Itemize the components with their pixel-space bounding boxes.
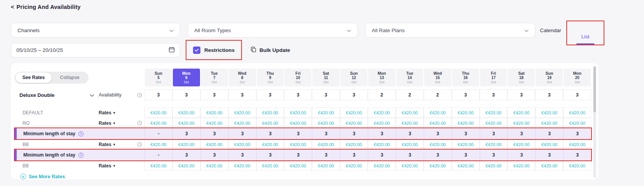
rate-cell[interactable]: €420.00	[144, 139, 172, 150]
restriction-cell[interactable]: 3	[228, 128, 256, 139]
rate-cell[interactable]: €420.00	[452, 107, 480, 118]
restriction-cell[interactable]: 3	[507, 150, 535, 160]
history-clock-icon[interactable]	[134, 118, 144, 128]
rate-cell[interactable]: €420.00	[312, 160, 340, 171]
rate-cell[interactable]: €420.00	[172, 118, 200, 128]
date-header-sun-12[interactable]: Sun12Oct	[340, 69, 367, 86]
restriction-cell[interactable]: 3	[172, 128, 200, 139]
availability-cell[interactable]: 3	[340, 90, 368, 100]
availability-cell[interactable]: 2	[368, 90, 396, 100]
rate-cell[interactable]: €420.00	[396, 139, 424, 150]
channels-select[interactable]: Channels	[11, 23, 180, 38]
room-type-select[interactable]: Deluxe Double	[15, 90, 99, 100]
rate-cell[interactable]: €420.00	[452, 118, 480, 128]
rate-cell[interactable]: €420.00	[144, 107, 172, 118]
rates-dropdown[interactable]: Rates ▾	[99, 107, 134, 118]
history-clock-icon[interactable]	[134, 139, 144, 150]
bulk-update-button[interactable]: Bulk Update	[251, 46, 290, 53]
restriction-cell[interactable]: 3	[256, 150, 284, 160]
rate-cell[interactable]: €420.00	[228, 160, 256, 171]
rate-cell[interactable]: €420.00	[256, 118, 284, 128]
availability-cell[interactable]: 3	[563, 90, 591, 100]
rate-cell[interactable]: €420.00	[284, 118, 312, 128]
room-types-select[interactable]: All Room Types	[188, 23, 358, 38]
rate-cell[interactable]: €420.00	[340, 160, 368, 171]
availability-cell[interactable]: 3	[256, 90, 284, 100]
rate-cell[interactable]: €420.00	[340, 118, 368, 128]
restriction-cell[interactable]: 3	[480, 128, 508, 139]
history-clock-icon[interactable]	[134, 90, 144, 100]
info-icon[interactable]: i	[78, 153, 84, 158]
availability-cell[interactable]: 3	[200, 90, 228, 100]
rate-cell[interactable]: €420.00	[172, 139, 200, 150]
restriction-cell[interactable]: 3	[256, 128, 284, 139]
rate-cell[interactable]: €420.00	[284, 107, 312, 118]
rate-cell[interactable]: €420.00	[480, 118, 508, 128]
date-header-mon-20[interactable]: Mon20Oct	[564, 69, 591, 86]
rate-cell[interactable]: €420.00	[312, 139, 340, 150]
rate-cell[interactable]: €420.00	[535, 160, 563, 171]
restriction-cell[interactable]: 3	[535, 150, 563, 160]
availability-cell[interactable]: 3	[228, 90, 256, 100]
date-header-thu-9[interactable]: Thu9Oct	[257, 69, 284, 86]
rate-plans-select[interactable]: All Rate Plans	[365, 23, 535, 38]
rate-cell[interactable]: €420.00	[172, 160, 200, 171]
rate-cell[interactable]: €420.00	[480, 107, 508, 118]
restriction-cell[interactable]: 3	[396, 150, 424, 160]
rate-cell[interactable]: €420.00	[284, 139, 312, 150]
rate-cell[interactable]: €420.00	[424, 107, 452, 118]
restriction-cell[interactable]: 3	[452, 150, 480, 160]
rates-dropdown[interactable]: Rates ▾	[99, 160, 134, 171]
calendar-icon[interactable]	[169, 46, 175, 54]
rate-cell[interactable]: €420.00	[144, 160, 172, 171]
date-header-wed-8[interactable]: Wed8Oct	[229, 69, 256, 86]
tab-calendar[interactable]: Calendar	[540, 28, 561, 33]
info-icon[interactable]: i	[78, 131, 84, 136]
back-chevron-icon[interactable]: <	[11, 4, 14, 10]
date-header-sat-18[interactable]: Sat18Oct	[508, 69, 535, 86]
availability-cell[interactable]: 3	[535, 90, 563, 100]
availability-cell[interactable]: 2	[424, 90, 452, 100]
collapse-toggle[interactable]: Collapse	[52, 72, 88, 83]
restriction-cell[interactable]: 3	[340, 128, 368, 139]
scrollbar-thumb[interactable]	[594, 67, 596, 112]
date-header-sun-5[interactable]: Sun5Oct	[145, 69, 172, 86]
date-header-sun-19[interactable]: Sun19Oct	[536, 69, 563, 86]
restriction-cell[interactable]: 3	[563, 128, 591, 139]
rate-cell[interactable]: €420.00	[312, 107, 340, 118]
restriction-cell[interactable]: 3	[172, 150, 200, 160]
restriction-cell[interactable]: 3	[368, 150, 396, 160]
date-header-tue-7[interactable]: Tue7Oct	[201, 69, 228, 86]
date-header-thu-16[interactable]: Thu16Oct	[452, 69, 479, 86]
tab-list[interactable]: List	[580, 34, 591, 45]
rate-cell[interactable]: €420.00	[200, 160, 228, 171]
restriction-cell[interactable]: -	[144, 128, 172, 139]
rate-cell[interactable]: €420.00	[340, 107, 368, 118]
rate-cell[interactable]: €420.00	[563, 160, 591, 171]
date-header-mon-6[interactable]: Mon6Oct	[173, 69, 200, 86]
date-header-sat-11[interactable]: Sat11Oct	[312, 69, 339, 86]
restriction-cell[interactable]: 3	[228, 150, 256, 160]
rates-dropdown[interactable]: Rates ▾	[99, 139, 134, 150]
restriction-cell[interactable]: 3	[396, 128, 424, 139]
restriction-cell[interactable]: 3	[507, 128, 535, 139]
restriction-cell[interactable]: 3	[284, 128, 312, 139]
rate-cell[interactable]: €420.00	[424, 160, 452, 171]
rate-cell[interactable]: €420.00	[507, 107, 535, 118]
rate-cell[interactable]: €420.00	[480, 139, 508, 150]
restriction-cell[interactable]: 3	[340, 150, 368, 160]
rate-cell[interactable]: €420.00	[200, 139, 228, 150]
rate-cell[interactable]: €420.00	[368, 118, 396, 128]
rate-cell[interactable]: €420.00	[424, 139, 452, 150]
rate-cell[interactable]: €420.00	[563, 139, 591, 150]
rate-cell[interactable]: €420.00	[256, 160, 284, 171]
rates-dropdown[interactable]: Rates ▾	[99, 118, 134, 128]
rate-cell[interactable]: €420.00	[228, 139, 256, 150]
rate-cell[interactable]: €420.00	[228, 118, 256, 128]
restriction-cell[interactable]: 3	[200, 150, 228, 160]
rate-cell[interactable]: €420.00	[563, 118, 591, 128]
date-header-fri-17[interactable]: Fri17Oct	[480, 69, 507, 86]
date-header-wed-15[interactable]: Wed15Oct	[424, 69, 451, 86]
vertical-scrollbar[interactable]	[593, 65, 596, 178]
restriction-cell[interactable]: 3	[563, 150, 591, 160]
